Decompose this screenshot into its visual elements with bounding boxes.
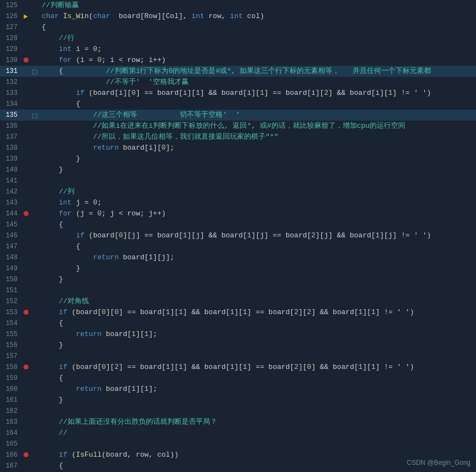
code-cell: int j = 0; [38,197,476,208]
fold-cell[interactable] [31,121,38,132]
code-cell: int i = 0; [38,44,476,55]
fold-cell[interactable] [31,252,38,263]
fold-cell[interactable] [31,428,38,439]
fold-cell[interactable] [31,0,38,11]
gutter-cell [21,44,31,55]
code-cell: } [38,395,476,406]
fold-cell[interactable] [31,132,38,143]
fold-cell[interactable] [31,44,38,55]
fold-cell[interactable] [31,417,38,428]
fold-cell[interactable] [31,307,38,318]
table-row: 142 //列 [0,186,476,197]
fold-cell[interactable] [31,285,38,296]
fold-cell[interactable] [31,439,38,450]
line-number: 125 [0,0,21,11]
fold-cell[interactable] [31,450,38,460]
gutter-cell [21,164,31,175]
fold-cell[interactable]: - [31,110,38,121]
code-cell: //如果上面还没有分出胜负的话就判断是否平局？ [38,417,476,428]
gutter-cell [21,285,31,296]
fold-cell[interactable] [31,230,38,241]
gutter-cell [21,121,31,132]
line-number: 147 [0,241,21,252]
fold-cell[interactable] [31,197,38,208]
line-number: 166 [0,450,21,460]
fold-cell[interactable] [31,406,38,417]
fold-cell[interactable] [31,99,38,110]
line-number: 158 [0,362,21,373]
code-cell [38,439,476,450]
gutter-cell [21,110,31,121]
fold-indicator[interactable]: - [32,70,37,75]
gutter-cell [21,208,31,219]
fold-cell[interactable] [31,460,38,471]
gutter-cell [21,296,31,307]
fold-cell[interactable] [31,143,38,153]
line-number: 134 [0,99,21,110]
fold-cell[interactable] [31,88,38,99]
line-number: 157 [0,351,21,362]
gutter-cell [21,99,31,110]
code-cell: //列 [38,186,476,197]
fold-cell[interactable] [31,351,38,362]
fold-cell[interactable] [31,318,38,329]
fold-cell[interactable] [31,329,38,340]
gutter-cell [21,66,31,77]
fold-cell[interactable] [31,22,38,33]
table-row: 158 if (board[0][2] == board[1][1] && bo… [0,362,476,373]
table-row: 148 return board[1][j]; [0,252,476,263]
code-cell: //判断输赢 [38,0,476,11]
fold-cell[interactable] [31,55,38,66]
fold-indicator[interactable]: - [32,113,37,118]
fold-cell[interactable] [31,384,38,395]
code-cell: { [38,99,476,110]
gutter-cell [21,351,31,362]
fold-cell[interactable] [31,263,38,274]
watermark: CSDN @Begin_Gong [407,459,471,467]
code-cell: { [38,318,476,329]
code-cell: { [38,373,476,384]
fold-cell[interactable] [31,373,38,384]
fold-cell[interactable] [31,340,38,351]
line-number: 149 [0,263,21,274]
line-number: 151 [0,285,21,296]
table-row: 153 if (board[0][0] == board[1][1] && bo… [0,307,476,318]
table-row: 127 { [0,22,476,33]
table-row: 161 } [0,395,476,406]
line-number: 145 [0,219,21,230]
fold-cell[interactable] [31,33,38,44]
code-cell: return board[i][0]; [38,143,476,153]
line-number: 139 [0,153,21,164]
fold-cell[interactable] [31,186,38,197]
fold-cell[interactable] [31,274,38,285]
fold-cell[interactable] [31,395,38,406]
fold-cell[interactable] [31,164,38,175]
fold-cell[interactable] [31,77,38,88]
code-cell: } [38,153,476,164]
fold-cell[interactable] [31,153,38,164]
line-number: 164 [0,428,21,439]
line-number: 142 [0,186,21,197]
fold-cell[interactable] [31,208,38,219]
code-cell: for (i = 0; i < row; i++) [38,55,476,66]
gutter-cell: ► [21,11,31,22]
code-cell: return board[1][1]; [38,329,476,340]
fold-cell[interactable] [31,296,38,307]
code-cell: for (j = 0; j < row; j++) [38,208,476,219]
line-number: 131 [0,66,21,77]
gutter-cell [21,132,31,143]
code-cell: //行 [38,33,476,44]
fold-cell[interactable]: - [31,66,38,77]
line-number: 126 [0,11,21,22]
line-number: 140 [0,164,21,175]
fold-cell[interactable] [31,175,38,186]
fold-cell[interactable] [31,11,38,22]
table-row: 132 //不等于' '空格我才赢 [0,77,476,88]
gutter-cell [21,33,31,44]
table-row: 163 //如果上面还没有分出胜负的话就判断是否平局？ [0,417,476,428]
table-row: 140 } [0,164,476,175]
gutter-cell [21,274,31,285]
fold-cell[interactable] [31,241,38,252]
fold-cell[interactable] [31,362,38,373]
fold-cell[interactable] [31,219,38,230]
